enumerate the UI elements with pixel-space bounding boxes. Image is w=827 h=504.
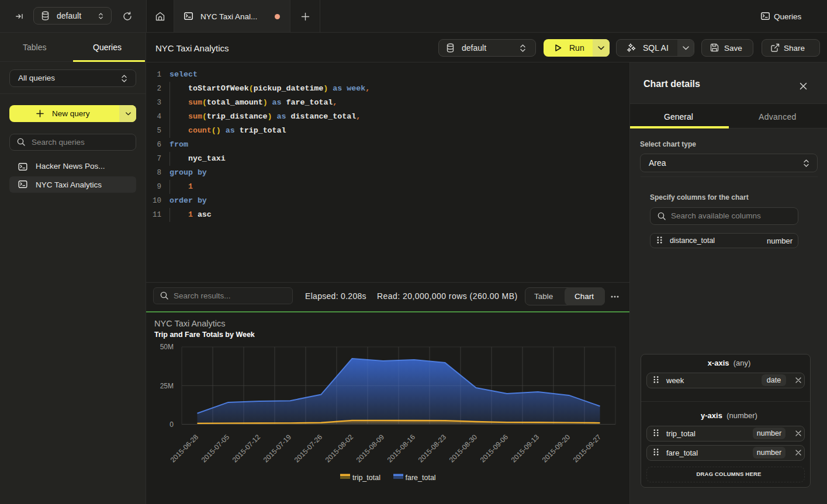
svg-text:2015-08-09: 2015-08-09 xyxy=(355,433,386,464)
svg-text:2015-08-23: 2015-08-23 xyxy=(417,433,448,464)
svg-text:2015-09-06: 2015-09-06 xyxy=(479,433,510,464)
svg-text:2015-09-20: 2015-09-20 xyxy=(541,433,572,464)
svg-text:2015-07-12: 2015-07-12 xyxy=(231,433,262,464)
svg-text:50M: 50M xyxy=(160,343,174,351)
svg-text:2015-08-16: 2015-08-16 xyxy=(386,433,417,464)
svg-text:2015-07-19: 2015-07-19 xyxy=(262,433,293,464)
svg-text:2015-09-13: 2015-09-13 xyxy=(510,433,541,464)
svg-text:fare_total: fare_total xyxy=(406,474,436,482)
svg-text:2015-08-02: 2015-08-02 xyxy=(324,433,355,464)
svg-text:0: 0 xyxy=(169,420,174,429)
svg-text:25M: 25M xyxy=(160,382,174,390)
svg-text:2015-07-26: 2015-07-26 xyxy=(293,433,324,464)
svg-text:2015-06-28: 2015-06-28 xyxy=(169,433,200,464)
svg-text:2015-07-05: 2015-07-05 xyxy=(200,433,231,464)
svg-text:trip_total: trip_total xyxy=(352,474,380,482)
svg-text:2015-08-30: 2015-08-30 xyxy=(448,433,479,464)
svg-text:2015-09-27: 2015-09-27 xyxy=(572,433,603,464)
